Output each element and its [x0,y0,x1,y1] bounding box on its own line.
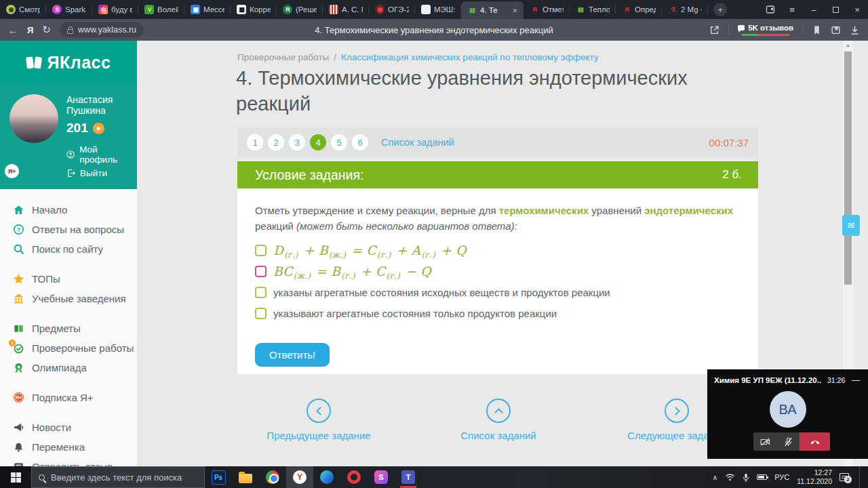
window-close-button[interactable]: × [846,0,868,19]
browser-tab[interactable]: МЭШ: / [415,0,461,19]
browser-tab[interactable]: R(Решен [277,0,323,19]
formula-term: B [331,264,340,279]
task-list-circle[interactable] [486,399,511,423]
task-number-5[interactable]: 5 [331,134,347,150]
task-list-button[interactable]: Список заданий [437,399,559,441]
show-desktop-strip[interactable] [859,466,863,488]
tray-microphone-icon[interactable] [743,473,749,482]
action-center-icon[interactable]: 2 [840,473,849,481]
breadcrumb-root[interactable]: Проверочные работы [237,52,329,62]
bookmark-icon[interactable] [812,25,822,35]
breadcrumb-current-link[interactable]: Классификация химических реакций по тепл… [341,52,599,62]
language-indicator[interactable]: РУС [774,473,789,481]
window-restore-button[interactable] [825,0,846,19]
share-icon[interactable] [709,25,719,35]
tab-close-icon[interactable]: × [512,5,517,16]
collections-icon[interactable] [831,25,841,35]
address-bar[interactable]: www.yaklass.ru [60,22,144,37]
prompt-highlight: термохимических [499,205,589,216]
taskbar-teams[interactable]: T [395,466,422,488]
taskbar-opera[interactable] [340,466,368,488]
taskbar-search[interactable] [31,466,205,488]
download-icon[interactable] [850,25,860,35]
new-tab-button[interactable]: + [713,3,727,16]
start-button[interactable] [0,466,31,488]
sidebar-item-answers[interactable]: ? Ответы на вопросы [0,220,137,239]
my-profile-link[interactable]: Мой профиль [66,144,130,165]
sidebar-item-home[interactable]: Начало [0,200,137,220]
sidebar-item-subjects[interactable]: Предметы [0,319,137,338]
next-task-circle[interactable] [665,399,689,423]
microphone-off-button[interactable] [776,432,800,451]
wifi-icon[interactable] [725,473,735,481]
sidebar-item-tests[interactable]: 1 Проверочные работы [0,338,137,358]
video-call-minimize-button[interactable]: — [852,375,861,385]
sidebar-item-tops[interactable]: ТОПы [0,269,137,289]
browser-tab-active[interactable]: ▮▮4. Те× [461,1,524,19]
browser-tab[interactable]: ◎буду вс [92,0,138,19]
browser-tab[interactable]: VВолейб [138,0,184,19]
taskbar-spark[interactable]: S [368,466,395,488]
yandex-home-icon[interactable]: Я [27,25,33,35]
answer-checkbox[interactable] [255,245,267,256]
submit-answer-button[interactable]: Ответить! [255,343,330,367]
sidebar-item-break[interactable]: Переменка [0,437,137,457]
avatar[interactable] [9,94,58,143]
reviews-button[interactable]: 5K отзывов [738,24,793,36]
browser-tab[interactable]: ◉Смотре [0,0,46,19]
previous-task-button[interactable]: Предыдущее задание [258,399,380,441]
sidebar-item-yaplus[interactable]: Я+ Подписка Я+ [0,388,137,407]
window-minimize-button[interactable]: – [803,0,825,19]
feedback-mail-button[interactable]: ✉ [842,215,860,236]
tab-panel-icon[interactable] [760,0,781,19]
answer-checkbox[interactable] [255,287,267,298]
task-number-3[interactable]: 3 [289,134,305,150]
task-number-1[interactable]: 1 [247,134,263,150]
task-number-6[interactable]: 6 [352,134,368,150]
sidebar-item-news[interactable]: Новости [0,418,137,437]
logout-link[interactable]: Выйти [66,168,130,178]
sidebar-menu: Начало ? Ответы на вопросы Поиск по сайт… [0,189,137,476]
taskbar-chrome[interactable] [259,466,286,488]
browser-tab[interactable]: ЯОпред [616,0,662,19]
sidebar-item-search[interactable]: Поиск по сайту [0,239,137,259]
browser-tab[interactable]: ▦Коррек [231,0,277,19]
yandex-icon: Я [622,5,631,14]
hang-up-button[interactable] [800,432,830,451]
task-number-4[interactable]: 4 [310,134,326,150]
taskbar-clock[interactable]: 12:27 11.12.2020 [797,468,832,485]
system-tray: ∧ РУС 12:27 11.12.2020 2 [713,466,868,488]
sidebar-item-label: Переменка [32,441,85,453]
sidebar-item-schools[interactable]: Учебные заведения [0,289,137,308]
scrollbar-up-arrow[interactable]: ▲ [843,43,853,47]
taskbar-yandex-browser[interactable]: Y [286,466,313,488]
sidebar-item-olympiad[interactable]: ★ Олимпиада [0,358,137,378]
browser-tab[interactable]: ◍ОГЭ-2 [369,0,415,19]
browser-menu-icon[interactable]: ≡ [781,0,803,19]
tab-title: 2 Mg + [681,5,702,14]
browser-tab[interactable]: ЯОтметь [524,0,570,19]
taskbar-file-explorer[interactable] [232,466,259,488]
taskbar-search-input[interactable] [51,472,186,483]
task-number-2[interactable]: 2 [268,134,284,150]
tray-expand-icon[interactable]: ∧ [713,474,717,481]
browser-tab[interactable]: ⚗2 Mg + [662,0,708,19]
answer-checkbox[interactable] [255,266,267,277]
task-list-link[interactable]: Список заданий [381,137,454,148]
camera-off-button[interactable] [753,432,776,451]
taskbar-edge[interactable] [313,466,340,488]
yaklass-icon: ▮▮ [576,5,585,14]
formula-term: − [401,264,420,279]
yaklass-logo[interactable]: ЯКласс [0,41,137,84]
battery-icon[interactable] [757,474,767,480]
taskbar-photoshop[interactable]: Ps [205,466,232,488]
refresh-icon[interactable]: ↻ [42,24,51,36]
browser-tab[interactable]: ▮▮Теплов [570,0,616,19]
browser-tab[interactable]: SSpark A [46,0,92,19]
browser-tab[interactable]: А. С. Пу [323,0,369,19]
back-icon[interactable]: ← [8,24,18,36]
previous-task-circle[interactable] [307,399,331,423]
page-scrollbar-thumb[interactable] [844,52,852,285]
browser-tab[interactable]: ▣Мессен [184,0,231,19]
answer-checkbox[interactable] [255,308,267,319]
